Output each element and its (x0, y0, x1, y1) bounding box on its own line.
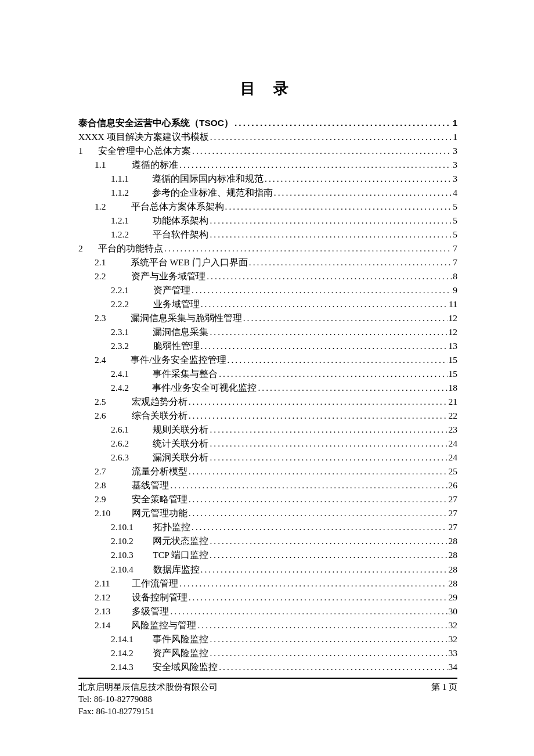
toc-leader-dots (208, 325, 447, 339)
toc-number: 2.13 (95, 604, 126, 618)
toc-leader-dots (178, 577, 447, 591)
toc-leader-dots (163, 242, 452, 255)
toc-title-text: 系统平台 WEB 门户入口界面 (131, 255, 248, 269)
footer-fax: Fax: 86-10-82779151 (78, 705, 218, 718)
toc-entry: 2.2.2业务域管理 11 (78, 297, 457, 311)
toc-number: 2.10.2 (111, 534, 149, 548)
toc-title-text: 资产管理 (153, 283, 190, 297)
toc-entry: 2.10.4数据库监控 28 (78, 563, 457, 577)
toc-entry: 1安全管理中心总体方案 3 (78, 144, 457, 158)
toc-leader-dots (242, 311, 448, 325)
toc-page-number: 3 (452, 144, 457, 158)
toc-page-number: 1 (451, 116, 457, 130)
toc-leader-dots (169, 604, 447, 618)
toc-number: 2.6 (95, 409, 126, 423)
toc-page-number: 28 (448, 534, 458, 548)
toc-entry: 2.3.1漏洞信息采集 12 (78, 325, 457, 339)
toc-number: 2.3.2 (111, 339, 149, 353)
toc-number: 2.5 (95, 395, 126, 409)
toc-leader-dots (200, 339, 448, 353)
toc-leader-dots (187, 591, 448, 604)
toc-page-number: 24 (448, 451, 458, 465)
toc-entry: 2.2资产与业务域管理 8 (78, 269, 457, 283)
toc-page-number: 15 (448, 353, 458, 367)
toc-entry: 2.14.1事件风险监控 32 (78, 632, 457, 646)
toc-entry: 2.3漏洞信息采集与脆弱性管理 12 (78, 311, 457, 325)
toc-title-text: 工作流管理 (132, 577, 178, 591)
toc-page-number: 7 (452, 255, 457, 269)
toc-title-text: 风险监控与管理 (131, 618, 196, 632)
toc-entry: 2.2.1资产管理 9 (78, 283, 457, 297)
toc-entry: 1.2.1功能体系架构 5 (78, 214, 457, 228)
toc-title-text: 安全策略管理 (132, 492, 187, 506)
toc-entry: 2.13多级管理 30 (78, 604, 457, 618)
toc-page-number: 33 (448, 646, 458, 660)
toc-number: 1.1.1 (111, 172, 149, 186)
toc-number: 2.14 (95, 618, 126, 632)
toc-entry: 2.6.1规则关联分析 23 (78, 423, 457, 437)
toc-page-number: 27 (448, 492, 458, 506)
footer-company: 北京启明星辰信息技术股份有限公司 (78, 681, 218, 693)
toc-title-text: 脆弱性管理 (153, 339, 200, 353)
toc-page-number: 11 (448, 297, 457, 311)
toc-number: 2.6.3 (111, 451, 149, 465)
toc-page-number: 5 (452, 228, 457, 242)
toc-entry: 2.14风险监控与管理 32 (78, 618, 457, 632)
toc-leader-dots (257, 381, 447, 395)
toc-entry: 2.14.3安全域风险监控 34 (78, 660, 457, 674)
toc-number: 1 (78, 144, 98, 158)
toc-title-text: 泰合信息安全运营中心系统（TSOC） (78, 116, 233, 130)
toc-leader-dots (273, 186, 452, 200)
toc-page-number: 5 (452, 200, 457, 214)
toc-page-number: 12 (448, 311, 458, 325)
toc-page-number: 3 (452, 158, 457, 172)
toc-number: 2.6.2 (111, 437, 149, 451)
toc-number: 2.4.2 (111, 381, 149, 395)
toc-body: 泰合信息安全运营中心系统（TSOC） 1XXXX 项目解决方案建议书模板 11安… (78, 116, 457, 674)
toc-leader-dots (178, 158, 452, 172)
footer-page-number: 第 1 页 (431, 681, 457, 718)
toc-page-number: 8 (452, 269, 457, 283)
toc-leader-dots (187, 409, 448, 423)
toc-leader-dots (208, 437, 447, 451)
toc-title-text: 漏洞信息采集 (153, 325, 208, 339)
page-footer: 北京启明星辰信息技术股份有限公司 Tel: 86-10-82779088 Fax… (78, 678, 457, 718)
toc-leader-dots (169, 478, 447, 492)
toc-title-text: 漏洞关联分析 (153, 451, 208, 465)
toc-number: 2.3 (95, 311, 126, 325)
toc-entry: 1.1.1遵循的国际国内标准和规范 3 (78, 172, 457, 186)
toc-number: 2.10 (95, 506, 126, 520)
toc-page-number: 32 (448, 632, 458, 646)
toc-page-number: 30 (448, 604, 458, 618)
toc-title-text: 设备控制管理 (132, 591, 187, 604)
footer-rule (78, 678, 457, 679)
toc-number: 2.2.1 (111, 283, 149, 297)
toc-page-number: 21 (448, 395, 458, 409)
document-page: 目 录 泰合信息安全运营中心系统（TSOC） 1XXXX 项目解决方案建议书模板… (0, 0, 534, 756)
toc-number: 2.10.4 (111, 563, 149, 577)
toc-title-text: 网元管理功能 (132, 506, 187, 520)
toc-leader-dots (200, 563, 448, 577)
toc-title-text: 平台总体方案体系架构 (131, 200, 224, 214)
toc-title-text: 资产与业务域管理 (131, 269, 205, 283)
toc-entry: 2.8基线管理 26 (78, 478, 457, 492)
toc-page-number: 15 (448, 367, 458, 381)
toc-title-text: 业务域管理 (153, 297, 200, 311)
toc-entry: 2.14.2资产风险监控 33 (78, 646, 457, 660)
toc-number: 2.14.2 (111, 646, 149, 660)
toc-leader-dots (187, 506, 448, 520)
toc-title-text: 平台的功能特点 (98, 242, 163, 255)
toc-title-text: XXXX 项目解决方案建议书模板 (78, 130, 209, 144)
toc-leader-dots (187, 492, 448, 506)
toc-title-text: 综合关联分析 (132, 409, 187, 423)
toc-entry: 2.5宏观趋势分析 21 (78, 395, 457, 409)
toc-page-number: 25 (448, 465, 458, 478)
toc-title-text: 拓扑监控 (153, 520, 190, 534)
toc-number: 2.3.1 (111, 325, 149, 339)
toc-entry: 2.6综合关联分析 22 (78, 409, 457, 423)
toc-number: 2.4.1 (111, 367, 149, 381)
toc-page-number: 27 (448, 506, 458, 520)
toc-leader-dots (208, 228, 452, 242)
toc-title-text: 平台软件架构 (153, 228, 208, 242)
toc-leader-dots (205, 269, 452, 283)
